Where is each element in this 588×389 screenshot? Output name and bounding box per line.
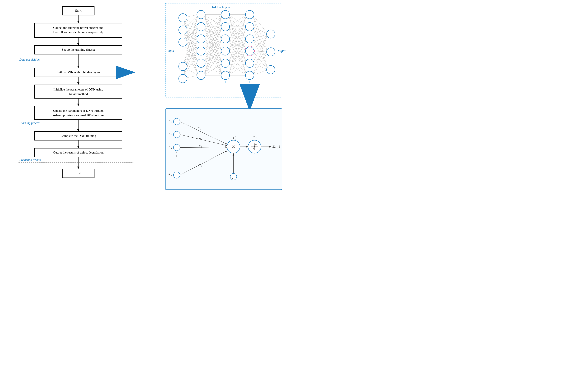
svg-point-201 [267, 65, 275, 74]
svg-point-192 [245, 23, 254, 31]
svg-text:Σ: Σ [232, 143, 235, 149]
svg-text:x: x [168, 119, 170, 122]
svg-point-191 [245, 10, 254, 19]
svg-text:Hidden layers: Hidden layers [210, 5, 231, 9]
svg-rect-21 [35, 85, 122, 98]
svg-point-189 [221, 71, 230, 80]
svg-text:f(z: f(z [273, 145, 276, 148]
svg-line-162 [253, 51, 268, 70]
flowchart-svg: Start Collect the envelope power spectra… [10, 3, 147, 191]
svg-text:End: End [75, 171, 81, 175]
svg-text:Start: Start [75, 9, 82, 13]
svg-marker-36 [77, 146, 79, 148]
svg-line-158 [253, 39, 268, 52]
svg-text:l: l [235, 136, 236, 138]
svg-text:Data acquisition: Data acquisition [19, 58, 39, 61]
svg-text:nj: nj [201, 165, 202, 167]
svg-point-176 [179, 74, 187, 83]
svg-text:Update the parameters of DNN t: Update the parameters of DNN through [53, 109, 104, 112]
svg-point-181 [197, 59, 205, 67]
svg-point-218 [173, 172, 180, 178]
svg-text:l−1: l−1 [171, 119, 173, 121]
svg-text:2: 2 [171, 134, 172, 136]
main-container: Start Collect the envelope power spectra… [0, 0, 294, 194]
svg-point-187 [221, 47, 230, 55]
svg-marker-25 [77, 104, 79, 106]
svg-text:Learning process: Learning process [19, 121, 40, 125]
svg-line-168 [253, 70, 268, 75]
right-svg: Hidden layers Input Output [153, 1, 291, 193]
svg-marker-3 [77, 21, 79, 23]
svg-marker-32 [77, 129, 79, 131]
svg-line-163 [253, 34, 268, 63]
svg-text:1: 1 [171, 121, 172, 123]
svg-text:l: l [232, 174, 232, 177]
svg-marker-42 [77, 166, 79, 169]
svg-marker-14 [77, 66, 79, 68]
svg-point-172 [179, 26, 187, 34]
svg-rect-204 [165, 109, 282, 190]
svg-point-173 [179, 38, 187, 46]
svg-point-185 [221, 23, 230, 31]
svg-text:x: x [168, 144, 170, 148]
svg-point-195 [245, 47, 254, 55]
svg-point-196 [245, 59, 254, 67]
svg-text:Complete the DNN training: Complete the DNN training [61, 134, 96, 137]
svg-point-171 [179, 14, 187, 22]
svg-line-161 [253, 51, 268, 52]
svg-text:3: 3 [171, 147, 172, 149]
svg-text:n: n [232, 177, 233, 179]
svg-text:l−1: l−1 [171, 131, 173, 134]
right-section: Hidden layers Input Output [147, 0, 294, 194]
svg-point-200 [267, 48, 275, 56]
svg-text:Build a DNN with L hidden laye: Build a DNN with L hidden layers [56, 70, 100, 74]
svg-rect-26 [35, 106, 122, 120]
svg-point-197 [245, 71, 254, 80]
svg-point-231 [230, 173, 237, 180]
svg-point-205 [173, 118, 180, 125]
svg-point-179 [197, 35, 205, 43]
svg-text:Output the results of defect d: Output the results of defect degradation [53, 151, 104, 154]
svg-line-166 [253, 34, 268, 75]
svg-line-157 [253, 34, 268, 39]
svg-text:f(.): f(.) [253, 136, 257, 139]
svg-point-182 [197, 71, 205, 80]
svg-text:Initialize the parameters of D: Initialize the parameters of DNN using [54, 88, 103, 91]
svg-point-199 [267, 30, 275, 38]
svg-text:Prediction results: Prediction results [19, 158, 41, 162]
svg-text:Adam optimization-based BP alg: Adam optimization-based BP algorithm [53, 113, 104, 117]
svg-text:): ) [279, 145, 280, 148]
svg-text:1j: 1j [200, 128, 201, 130]
svg-point-175 [179, 62, 187, 70]
svg-text:Set up the training dataset: Set up the training dataset [62, 48, 95, 51]
svg-line-165 [253, 63, 268, 70]
svg-point-177 [197, 10, 205, 19]
svg-point-186 [221, 35, 230, 43]
svg-text:their HI value calculations, r: their HI value calculations, respectivel… [53, 30, 104, 34]
svg-line-167 [253, 52, 268, 75]
svg-point-184 [221, 10, 230, 19]
svg-point-180 [197, 47, 205, 55]
svg-text:l−1: l−1 [171, 172, 173, 174]
svg-point-193 [245, 35, 254, 43]
svg-text:n: n [171, 174, 172, 177]
svg-line-159 [253, 39, 268, 70]
svg-point-213 [173, 144, 180, 151]
svg-point-188 [221, 59, 230, 67]
flowchart-section: Start Collect the envelope power spectra… [0, 0, 147, 194]
svg-line-151 [253, 15, 268, 34]
svg-point-209 [173, 131, 180, 138]
svg-marker-20 [77, 82, 79, 85]
svg-text:x: x [168, 131, 170, 135]
svg-text:3j: 3j [201, 146, 202, 148]
svg-text:x: x [168, 172, 170, 175]
svg-text:l−1: l−1 [171, 144, 173, 147]
svg-text:2j: 2j [201, 138, 202, 141]
svg-text:Input: Input [167, 49, 174, 53]
svg-point-178 [197, 23, 205, 31]
svg-text:Collect the envelope power spe: Collect the envelope power spectra and [53, 26, 104, 30]
svg-text:b: b [230, 174, 231, 178]
svg-marker-8 [77, 43, 79, 45]
svg-text:Output: Output [277, 49, 285, 53]
svg-text:z: z [233, 136, 234, 139]
